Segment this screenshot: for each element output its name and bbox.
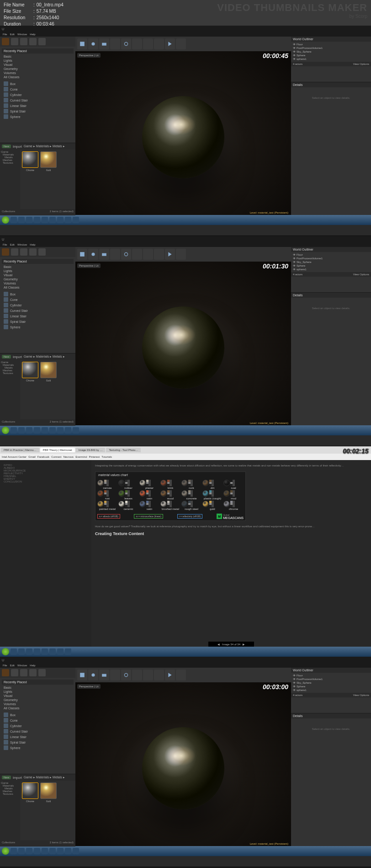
category-all[interactable]: All Classes [2, 75, 74, 79]
taskbar-item[interactable] [26, 848, 32, 854]
mode-landscape-icon[interactable] [20, 38, 27, 45]
matinee-button[interactable] [143, 249, 153, 260]
mode-foliage-icon[interactable] [29, 669, 37, 676]
launch-button[interactable] [176, 249, 186, 260]
matinee-button[interactable] [143, 670, 153, 680]
menu-edit[interactable]: Edit [10, 243, 15, 246]
outliner-item[interactable]: 👁 Sphere [293, 264, 369, 268]
cb-import-button[interactable]: Import [13, 145, 22, 148]
browser-tab[interactable]: Texturing - Tool Photo… [106, 448, 141, 452]
category-lights[interactable]: Lights [2, 269, 74, 273]
outliner-item[interactable]: 👁 Sphere [293, 685, 369, 688]
taskbar-item[interactable] [57, 427, 64, 434]
start-button[interactable] [2, 216, 9, 224]
cb-source-tree[interactable]: Game Materials Metals Meshes Textures [0, 781, 20, 840]
viewport-canvas[interactable]: Perspective | Lit 00:01:30 Level: materi… [75, 262, 291, 425]
taskbar-item[interactable] [18, 217, 25, 223]
taskbar-item[interactable] [73, 848, 79, 854]
lightbox-nav[interactable]: ◀ Image 34 of 34 ▶ [208, 642, 254, 647]
mode-place-icon[interactable] [2, 669, 9, 676]
taskbar-item[interactable] [42, 648, 48, 655]
content-button[interactable] [99, 670, 109, 680]
outliner-item[interactable]: 👁 Sky_Sphere [293, 681, 369, 685]
bookmark[interactable]: Intel Account Center [2, 455, 26, 458]
taskbar-item[interactable] [49, 648, 56, 655]
mode-paint-icon[interactable] [11, 248, 18, 256]
content-button[interactable] [99, 249, 109, 260]
category-volumes[interactable]: Volumes [2, 281, 74, 285]
asset-chrome[interactable]: Chrome [22, 151, 38, 171]
viewport-canvas[interactable]: Perspective | Lit 00:03:00 Level: materi… [75, 682, 291, 846]
menu-edit[interactable]: Edit [10, 664, 15, 667]
category-lights[interactable]: Lights [2, 690, 74, 694]
outliner-item[interactable]: 👁 Floor [293, 43, 369, 46]
place-item-cone[interactable]: Cone [2, 297, 74, 302]
start-button[interactable] [2, 427, 9, 434]
taskbar-item[interactable] [11, 427, 17, 434]
bookmark[interactable]: Neurous [63, 455, 74, 458]
mode-geometry-icon[interactable] [38, 248, 46, 256]
cb-new-button[interactable]: New [2, 776, 11, 779]
taskbar-item[interactable] [34, 217, 40, 223]
save-button[interactable] [77, 249, 87, 260]
viewport-controls[interactable]: Perspective | Lit [77, 684, 101, 689]
asset-chrome[interactable]: Chrome [22, 362, 38, 382]
category-volumes[interactable]: Volumes [2, 71, 74, 75]
mode-geometry-icon[interactable] [38, 38, 46, 45]
save-button[interactable] [77, 670, 87, 680]
viewport-controls[interactable]: Perspective | Lit [77, 263, 101, 268]
place-item-cylinder[interactable]: Cylinder [2, 723, 74, 729]
place-item-curved-stair[interactable]: Curved Stair [2, 97, 74, 103]
cb-import-button[interactable]: Import [13, 776, 22, 779]
category-basic[interactable]: Basic [2, 54, 74, 59]
category-basic[interactable]: Basic [2, 686, 74, 690]
taskbar-item[interactable] [11, 217, 17, 223]
mode-foliage-icon[interactable] [29, 248, 37, 256]
blueprints-button[interactable] [132, 670, 142, 680]
cb-import-button[interactable]: Import [13, 355, 22, 359]
marketplace-button[interactable] [110, 38, 120, 49]
taskbar-item[interactable] [57, 848, 64, 854]
content-button[interactable] [99, 38, 109, 49]
menu-window[interactable]: Window [17, 243, 27, 246]
taskbar-item[interactable] [34, 848, 40, 854]
taskbar-item[interactable] [26, 648, 32, 655]
viewport-controls[interactable]: Perspective | Lit [77, 53, 101, 58]
outliner-item[interactable]: 👁 Sky_Sphere [293, 260, 369, 264]
bookmark[interactable]: Gmail [28, 455, 36, 458]
mode-place-icon[interactable] [2, 38, 9, 45]
source-control-button[interactable] [88, 670, 98, 680]
settings-button[interactable] [121, 670, 131, 680]
place-item-linear-stair[interactable]: Linear Stair [2, 734, 74, 739]
bookmark[interactable]: Facebook [37, 455, 49, 458]
category-geometry[interactable]: Geometry [2, 67, 74, 71]
category-visual[interactable]: Visual [2, 694, 74, 698]
play-button[interactable] [165, 249, 175, 260]
cb-new-button[interactable]: New [2, 145, 11, 148]
place-item-spiral-stair[interactable]: Spiral Stair [2, 739, 74, 745]
outliner-item[interactable]: 👁 PostProcessVolume1 [293, 257, 369, 260]
place-item-sphere[interactable]: Sphere [2, 324, 74, 330]
taskbar-item[interactable] [65, 648, 71, 655]
menu-file[interactable]: File [3, 243, 7, 246]
launch-button[interactable] [176, 670, 186, 680]
marketplace-button[interactable] [110, 670, 120, 680]
place-item-box[interactable]: Box [2, 81, 74, 86]
menu-edit[interactable]: Edit [10, 33, 15, 36]
browser-page[interactable]: INTRO ALBEDO MICROSURFACE REFLECTIVITY F… [0, 460, 371, 647]
mode-landscape-icon[interactable] [20, 248, 27, 256]
taskbar-item[interactable] [34, 648, 40, 655]
viewport-canvas[interactable]: Perspective | Lit 00:00:45 Level: materi… [75, 51, 291, 215]
place-item-sphere[interactable]: Sphere [2, 114, 74, 119]
place-item-linear-stair[interactable]: Linear Stair [2, 313, 74, 319]
taskbar-item[interactable] [49, 427, 56, 434]
taskbar-item[interactable] [26, 427, 32, 434]
build-button[interactable] [154, 670, 164, 680]
outliner-item[interactable]: 👁 sphere1 [293, 688, 369, 692]
category-basic[interactable]: Basic [2, 265, 74, 269]
outliner-item[interactable]: 👁 Sphere [293, 54, 369, 57]
blueprints-button[interactable] [132, 38, 142, 49]
place-item-spiral-stair[interactable]: Spiral Stair [2, 319, 74, 324]
asset-gold[interactable]: Gold [40, 782, 57, 803]
place-item-curved-stair[interactable]: Curved Stair [2, 308, 74, 313]
